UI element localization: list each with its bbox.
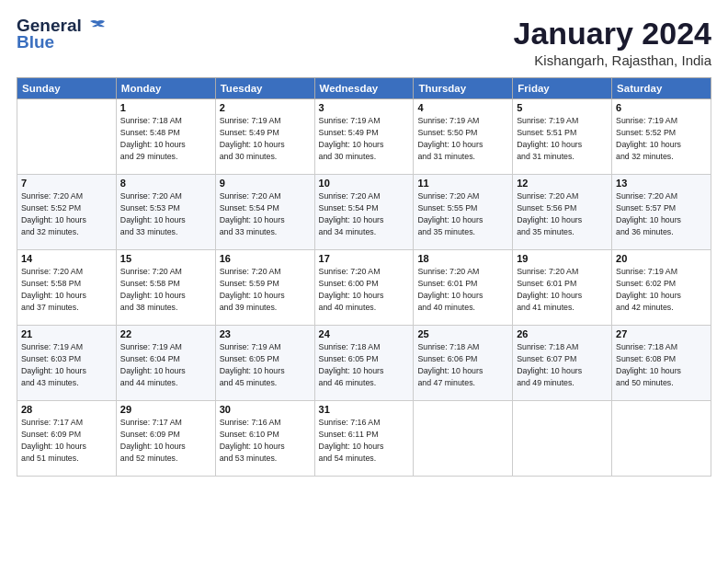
day-number: 4 bbox=[417, 102, 508, 113]
cell-info: Sunrise: 7:19 AM Sunset: 5:49 PM Dayligh… bbox=[319, 115, 410, 162]
calendar-cell: 31Sunrise: 7:16 AM Sunset: 6:11 PM Dayli… bbox=[314, 401, 414, 477]
location: Kishangarh, Rajasthan, India bbox=[514, 52, 712, 68]
calendar-cell: 26Sunrise: 7:18 AM Sunset: 6:07 PM Dayli… bbox=[513, 326, 612, 401]
day-number: 31 bbox=[319, 404, 410, 415]
day-number: 30 bbox=[220, 404, 311, 415]
cell-info: Sunrise: 7:17 AM Sunset: 6:09 PM Dayligh… bbox=[120, 417, 211, 464]
calendar-cell: 14Sunrise: 7:20 AM Sunset: 5:58 PM Dayli… bbox=[17, 250, 117, 326]
day-header: Friday bbox=[513, 78, 612, 99]
day-number: 2 bbox=[220, 102, 311, 113]
calendar-cell bbox=[612, 401, 711, 477]
cell-info: Sunrise: 7:20 AM Sunset: 5:52 PM Dayligh… bbox=[21, 190, 112, 237]
calendar-cell: 4Sunrise: 7:19 AM Sunset: 5:50 PM Daylig… bbox=[414, 99, 513, 175]
calendar-cell: 28Sunrise: 7:17 AM Sunset: 6:09 PM Dayli… bbox=[17, 401, 117, 477]
day-number: 14 bbox=[21, 253, 112, 264]
calendar-cell: 22Sunrise: 7:19 AM Sunset: 6:04 PM Dayli… bbox=[116, 326, 215, 401]
day-number: 10 bbox=[319, 178, 410, 189]
header: General Blue January 2024 Kishangarh, Ra… bbox=[17, 17, 711, 68]
day-number: 18 bbox=[417, 253, 508, 264]
day-number: 1 bbox=[120, 102, 211, 113]
calendar-cell: 16Sunrise: 7:20 AM Sunset: 5:59 PM Dayli… bbox=[215, 250, 314, 326]
calendar-cell: 2Sunrise: 7:19 AM Sunset: 5:49 PM Daylig… bbox=[215, 99, 314, 175]
cell-info: Sunrise: 7:19 AM Sunset: 6:05 PM Dayligh… bbox=[220, 341, 311, 388]
cell-info: Sunrise: 7:20 AM Sunset: 5:54 PM Dayligh… bbox=[220, 190, 311, 237]
day-number: 5 bbox=[517, 102, 608, 113]
cell-info: Sunrise: 7:18 AM Sunset: 5:48 PM Dayligh… bbox=[120, 115, 211, 162]
calendar-cell: 25Sunrise: 7:18 AM Sunset: 6:06 PM Dayli… bbox=[414, 326, 513, 401]
calendar-cell bbox=[414, 401, 513, 477]
calendar-cell: 3Sunrise: 7:19 AM Sunset: 5:49 PM Daylig… bbox=[314, 99, 414, 175]
day-number: 15 bbox=[120, 253, 211, 264]
calendar-week-row: 14Sunrise: 7:20 AM Sunset: 5:58 PM Dayli… bbox=[17, 250, 711, 326]
calendar-cell: 9Sunrise: 7:20 AM Sunset: 5:54 PM Daylig… bbox=[215, 175, 314, 250]
calendar-cell: 5Sunrise: 7:19 AM Sunset: 5:51 PM Daylig… bbox=[513, 99, 612, 175]
cell-info: Sunrise: 7:18 AM Sunset: 6:08 PM Dayligh… bbox=[616, 341, 707, 388]
cell-info: Sunrise: 7:20 AM Sunset: 5:58 PM Dayligh… bbox=[21, 266, 112, 313]
calendar-cell: 21Sunrise: 7:19 AM Sunset: 6:03 PM Dayli… bbox=[17, 326, 117, 401]
calendar-week-row: 7Sunrise: 7:20 AM Sunset: 5:52 PM Daylig… bbox=[17, 175, 711, 250]
logo-blue: Blue bbox=[17, 32, 54, 52]
cell-info: Sunrise: 7:16 AM Sunset: 6:10 PM Dayligh… bbox=[220, 417, 311, 464]
day-header: Sunday bbox=[17, 78, 117, 99]
day-header: Wednesday bbox=[314, 78, 414, 99]
cell-info: Sunrise: 7:20 AM Sunset: 5:58 PM Dayligh… bbox=[120, 266, 211, 313]
cell-info: Sunrise: 7:18 AM Sunset: 6:05 PM Dayligh… bbox=[319, 341, 410, 388]
day-number: 7 bbox=[21, 178, 112, 189]
calendar-cell: 23Sunrise: 7:19 AM Sunset: 6:05 PM Dayli… bbox=[215, 326, 314, 401]
day-number: 24 bbox=[319, 328, 410, 339]
day-number: 29 bbox=[120, 404, 211, 415]
cell-info: Sunrise: 7:20 AM Sunset: 6:00 PM Dayligh… bbox=[319, 266, 410, 313]
day-number: 27 bbox=[616, 328, 707, 339]
calendar-cell: 7Sunrise: 7:20 AM Sunset: 5:52 PM Daylig… bbox=[17, 175, 117, 250]
calendar-cell: 29Sunrise: 7:17 AM Sunset: 6:09 PM Dayli… bbox=[116, 401, 215, 477]
day-number: 28 bbox=[21, 404, 112, 415]
calendar-cell bbox=[17, 99, 117, 175]
calendar-cell: 6Sunrise: 7:19 AM Sunset: 5:52 PM Daylig… bbox=[612, 99, 711, 175]
day-number: 6 bbox=[616, 102, 707, 113]
calendar-cell: 30Sunrise: 7:16 AM Sunset: 6:10 PM Dayli… bbox=[215, 401, 314, 477]
day-header: Monday bbox=[116, 78, 215, 99]
cell-info: Sunrise: 7:19 AM Sunset: 6:04 PM Dayligh… bbox=[120, 341, 211, 388]
cell-info: Sunrise: 7:17 AM Sunset: 6:09 PM Dayligh… bbox=[21, 417, 112, 464]
day-number: 22 bbox=[120, 328, 211, 339]
calendar-cell: 15Sunrise: 7:20 AM Sunset: 5:58 PM Dayli… bbox=[116, 250, 215, 326]
cell-info: Sunrise: 7:20 AM Sunset: 5:54 PM Dayligh… bbox=[319, 190, 410, 237]
day-number: 17 bbox=[319, 253, 410, 264]
calendar-cell: 13Sunrise: 7:20 AM Sunset: 5:57 PM Dayli… bbox=[612, 175, 711, 250]
calendar-week-row: 1Sunrise: 7:18 AM Sunset: 5:48 PM Daylig… bbox=[17, 99, 711, 175]
calendar-cell bbox=[513, 401, 612, 477]
day-number: 3 bbox=[319, 102, 410, 113]
cell-info: Sunrise: 7:19 AM Sunset: 6:02 PM Dayligh… bbox=[616, 266, 707, 313]
day-number: 11 bbox=[417, 178, 508, 189]
title-block: January 2024 Kishangarh, Rajasthan, Indi… bbox=[514, 17, 712, 68]
cell-info: Sunrise: 7:20 AM Sunset: 6:01 PM Dayligh… bbox=[517, 266, 608, 313]
day-number: 12 bbox=[517, 178, 608, 189]
day-number: 8 bbox=[120, 178, 211, 189]
logo: General Blue bbox=[17, 17, 107, 52]
calendar-cell: 24Sunrise: 7:18 AM Sunset: 6:05 PM Dayli… bbox=[314, 326, 414, 401]
cell-info: Sunrise: 7:19 AM Sunset: 5:50 PM Dayligh… bbox=[417, 115, 508, 162]
cell-info: Sunrise: 7:16 AM Sunset: 6:11 PM Dayligh… bbox=[319, 417, 410, 464]
calendar-cell: 20Sunrise: 7:19 AM Sunset: 6:02 PM Dayli… bbox=[612, 250, 711, 326]
day-header: Tuesday bbox=[215, 78, 314, 99]
cell-info: Sunrise: 7:19 AM Sunset: 5:49 PM Dayligh… bbox=[220, 115, 311, 162]
cell-info: Sunrise: 7:20 AM Sunset: 5:57 PM Dayligh… bbox=[616, 190, 707, 237]
cell-info: Sunrise: 7:20 AM Sunset: 5:59 PM Dayligh… bbox=[220, 266, 311, 313]
day-number: 16 bbox=[220, 253, 311, 264]
cell-info: Sunrise: 7:18 AM Sunset: 6:07 PM Dayligh… bbox=[517, 341, 608, 388]
calendar-cell: 18Sunrise: 7:20 AM Sunset: 6:01 PM Dayli… bbox=[414, 250, 513, 326]
cell-info: Sunrise: 7:19 AM Sunset: 5:52 PM Dayligh… bbox=[616, 115, 707, 162]
calendar-cell: 12Sunrise: 7:20 AM Sunset: 5:56 PM Dayli… bbox=[513, 175, 612, 250]
calendar-cell: 10Sunrise: 7:20 AM Sunset: 5:54 PM Dayli… bbox=[314, 175, 414, 250]
day-number: 19 bbox=[517, 253, 608, 264]
cell-info: Sunrise: 7:19 AM Sunset: 6:03 PM Dayligh… bbox=[21, 341, 112, 388]
header-row: SundayMondayTuesdayWednesdayThursdayFrid… bbox=[17, 78, 711, 99]
day-header: Saturday bbox=[612, 78, 711, 99]
day-number: 13 bbox=[616, 178, 707, 189]
month-title: January 2024 bbox=[514, 17, 712, 51]
calendar-week-row: 21Sunrise: 7:19 AM Sunset: 6:03 PM Dayli… bbox=[17, 326, 711, 401]
calendar-cell: 17Sunrise: 7:20 AM Sunset: 6:00 PM Dayli… bbox=[314, 250, 414, 326]
calendar-cell: 1Sunrise: 7:18 AM Sunset: 5:48 PM Daylig… bbox=[116, 99, 215, 175]
day-number: 23 bbox=[220, 328, 311, 339]
calendar-cell: 19Sunrise: 7:20 AM Sunset: 6:01 PM Dayli… bbox=[513, 250, 612, 326]
